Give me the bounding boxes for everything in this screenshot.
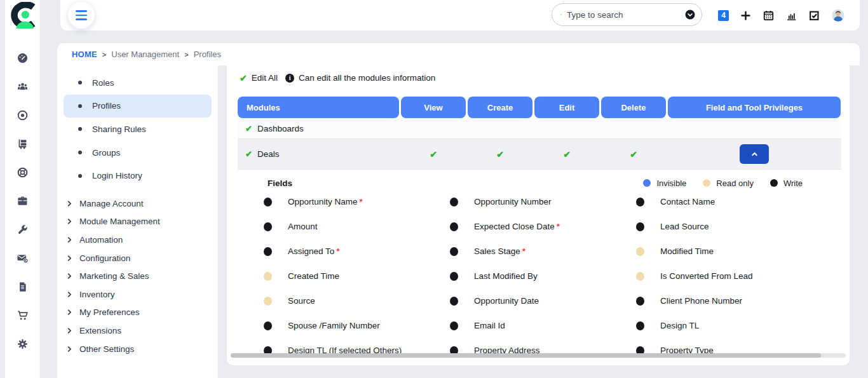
field-state-dot-write[interactable] — [450, 247, 458, 256]
sidebar-item-login-history[interactable]: Login History — [57, 164, 218, 187]
field-item: Amount — [255, 214, 441, 239]
column-header-delete[interactable]: Delete — [601, 97, 666, 118]
bullet-icon — [78, 81, 82, 84]
required-asterisk: * — [522, 246, 526, 256]
breadcrumb-item-profiles[interactable]: Profiles — [194, 50, 221, 59]
view-permission-cell[interactable] — [401, 118, 466, 138]
edit-check-icon[interactable]: ✔ — [563, 149, 571, 159]
column-header-field-and-tool-privileges[interactable]: Field and Tool Privileges — [668, 97, 841, 118]
add-icon[interactable] — [740, 10, 752, 22]
gear-icon[interactable] — [17, 338, 29, 350]
cart-icon[interactable] — [17, 309, 29, 321]
module-enabled-check-icon[interactable]: ✔ — [245, 149, 252, 159]
field-state-legend: InvisibleRead onlyWrite — [643, 179, 803, 188]
edit-all-checkbox[interactable]: ✔ — [240, 73, 247, 83]
reports-chart-icon[interactable] — [785, 10, 797, 22]
mail-icon[interactable] — [17, 252, 29, 264]
sidebar-item-groups[interactable]: Groups — [57, 141, 218, 165]
module-enabled-check-icon[interactable]: ✔ — [245, 124, 252, 133]
sidebar-section-label: Configuration — [79, 253, 130, 263]
sidebar-item-roles[interactable]: Roles — [57, 71, 218, 95]
sidebar-section-other-settings[interactable]: Other Settings — [57, 340, 218, 358]
wrench-icon[interactable] — [17, 224, 29, 236]
calendar-icon[interactable] — [763, 10, 775, 22]
edit-permission-cell[interactable]: ✔ — [534, 139, 599, 169]
field-state-dot-readonly[interactable] — [636, 247, 644, 256]
sidebar-section-configuration[interactable]: Configuration — [57, 249, 218, 267]
edit-permission-cell[interactable] — [534, 118, 599, 138]
search-input[interactable] — [567, 10, 679, 20]
chevron-right-icon — [67, 255, 72, 261]
breadcrumb-item-user-management[interactable]: User Management — [111, 50, 179, 59]
sidebar-section-module-management[interactable]: Module Management — [57, 213, 218, 231]
field-state-dot-write[interactable] — [264, 247, 272, 256]
delete-permission-cell[interactable] — [601, 118, 666, 138]
briefcase-icon[interactable] — [17, 195, 29, 207]
hamburger-menu-button[interactable] — [68, 2, 95, 29]
field-state-dot-write[interactable] — [636, 198, 644, 206]
delete-permission-cell[interactable]: ✔ — [601, 139, 666, 169]
settings-menu: RolesProfilesSharing RulesGroupsLogin Hi… — [57, 65, 218, 378]
field-item: Last Modified By — [441, 264, 627, 288]
field-state-dot-write[interactable] — [264, 198, 272, 206]
trolley-icon[interactable] — [17, 138, 29, 150]
field-label: Opportunity Date — [474, 296, 539, 306]
sidebar-section-my-preferences[interactable]: My Preferences — [57, 304, 218, 322]
invisible-dot-icon — [643, 179, 651, 187]
sidebar-section-inventory[interactable]: Inventory — [57, 285, 218, 304]
field-state-dot-readonly[interactable] — [264, 272, 272, 281]
sidebar-item-label: Sharing Rules — [92, 125, 146, 134]
column-header-modules[interactable]: Modules — [238, 97, 399, 118]
field-state-dot-readonly[interactable] — [264, 297, 272, 306]
column-header-view[interactable]: View — [401, 97, 466, 118]
module-name-cell[interactable]: ✔Deals — [238, 139, 399, 169]
field-state-dot-readonly[interactable] — [636, 272, 644, 281]
field-state-dot-write[interactable] — [450, 321, 458, 330]
delete-check-icon[interactable]: ✔ — [630, 149, 637, 159]
collapse-fields-button[interactable] — [740, 144, 769, 164]
target-icon[interactable] — [17, 109, 29, 121]
field-label: Contact Name — [660, 197, 715, 206]
field-state-dot-write[interactable] — [450, 297, 458, 306]
field-item: Opportunity Name* — [255, 189, 441, 214]
create-permission-cell[interactable] — [468, 118, 532, 138]
field-state-dot-write[interactable] — [264, 222, 272, 231]
column-header-create[interactable]: Create — [468, 97, 532, 118]
view-permission-cell[interactable]: ✔ — [401, 139, 466, 169]
notification-count-badge[interactable]: 4 — [718, 10, 729, 21]
icon-rail — [5, 0, 40, 378]
sidebar-section-extensions[interactable]: Extensions — [57, 321, 218, 340]
breadcrumb-item-home[interactable]: HOME — [72, 50, 97, 59]
view-check-icon[interactable]: ✔ — [430, 149, 437, 159]
chevron-right-icon — [67, 292, 72, 297]
field-item: Client Phone Number — [627, 288, 813, 313]
field-state-dot-write[interactable] — [636, 297, 644, 306]
breadcrumb: HOME>User Management>Profiles — [57, 43, 860, 65]
field-state-dot-write[interactable] — [636, 222, 644, 231]
tasks-checkbox-icon[interactable] — [808, 10, 820, 22]
user-avatar[interactable] — [831, 8, 845, 22]
dashboard-icon[interactable] — [17, 52, 29, 64]
module-name-cell[interactable]: ✔Dashboards — [238, 118, 399, 138]
field-state-dot-write[interactable] — [264, 321, 272, 330]
users-icon[interactable] — [17, 81, 29, 93]
field-state-dot-write[interactable] — [450, 198, 458, 206]
column-header-edit[interactable]: Edit — [534, 97, 599, 118]
sidebar-item-profiles[interactable]: Profiles — [64, 95, 212, 118]
field-label: Spouse /Family Number — [288, 321, 380, 330]
field-state-dot-write[interactable] — [450, 272, 458, 281]
create-permission-cell[interactable]: ✔ — [468, 139, 532, 169]
brand-logo[interactable] — [8, 2, 37, 31]
lifebuoy-icon[interactable] — [17, 166, 29, 179]
sidebar-section-manage-account[interactable]: Manage Account — [57, 194, 218, 213]
search-scope-dropdown-icon[interactable] — [684, 9, 696, 20]
sidebar-section-automation[interactable]: Automation — [57, 231, 218, 249]
create-check-icon[interactable]: ✔ — [496, 149, 504, 159]
sidebar-section-marketing-sales[interactable]: Marketing & Sales — [57, 267, 218, 285]
field-state-dot-write[interactable] — [636, 321, 644, 330]
info-icon[interactable]: i — [285, 74, 294, 83]
sidebar-item-sharing-rules[interactable]: Sharing Rules — [57, 118, 218, 141]
horizontal-scrollbar-thumb[interactable] — [231, 353, 821, 358]
field-state-dot-write[interactable] — [450, 222, 458, 231]
document-icon[interactable] — [17, 281, 29, 293]
